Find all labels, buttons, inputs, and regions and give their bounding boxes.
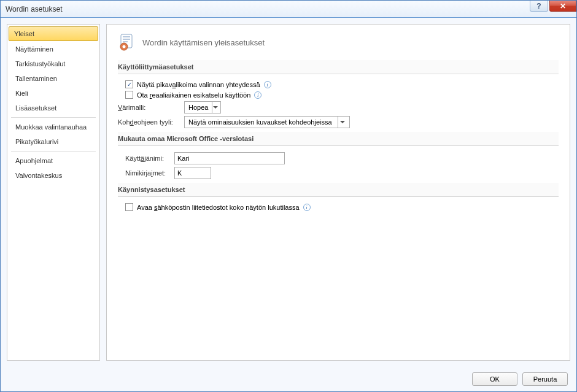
cancel-button[interactable]: Peruuta — [522, 372, 568, 386]
titlebar: Wordin asetukset ? ✕ — [1, 1, 576, 18]
screentip-style-row: Kohdeohjeen tyyli: Näytä ominaisuuksien … — [118, 116, 559, 128]
option-mini-toolbar[interactable]: Näytä pikavalikoima valinnan yhteydessä … — [125, 80, 559, 88]
sidebar-item-label: Yleiset — [14, 30, 34, 37]
help-icon: ? — [536, 2, 541, 10]
sidebar-item-advanced[interactable]: Lisäasetukset — [7, 101, 99, 115]
sidebar-item-label: Näyttäminen — [15, 45, 53, 53]
page-header: Wordin käyttämisen yleisasetukset — [118, 33, 559, 52]
option-open-attachments-reading[interactable]: Avaa sähköpostin liitetiedostot koko näy… — [125, 203, 559, 211]
option-label: Näytä pikavalikoima valinnan yhteydessä — [137, 81, 260, 88]
sidebar-item-addins[interactable]: Apuohjelmat — [7, 153, 99, 168]
sidebar-item-display[interactable]: Näyttäminen — [7, 42, 99, 56]
checkbox-icon[interactable] — [125, 91, 133, 99]
color-scheme-row: Värimalli: Hopea — [118, 101, 559, 113]
window-title: Wordin asetukset — [4, 5, 63, 13]
option-live-preview[interactable]: Ota reaaliaikainen esikatselu käyttöön i — [125, 91, 559, 99]
initials-label: Nimikirjaimet: — [125, 169, 169, 177]
combo-value: Hopea — [188, 104, 208, 111]
username-row: Käyttäjänimi: — [118, 152, 559, 164]
svg-rect-1 — [123, 36, 130, 37]
help-button[interactable]: ? — [530, 1, 548, 12]
svg-point-5 — [123, 45, 126, 48]
combo-value: Näytä ominaisuuksien kuvaukset kohdeohje… — [188, 118, 334, 126]
info-icon[interactable]: i — [303, 204, 311, 211]
page-title: Wordin käyttämisen yleisasetukset — [142, 38, 265, 47]
color-scheme-combo[interactable]: Hopea — [184, 101, 221, 113]
sidebar-item-proofing[interactable]: Tarkistustyökalut — [7, 56, 99, 71]
username-label: Käyttäjänimi: — [125, 155, 169, 162]
close-button[interactable]: ✕ — [549, 1, 576, 12]
sidebar-item-qat[interactable]: Pikatyökalurivi — [7, 134, 99, 149]
sidebar-item-label: Valvontakeskus — [15, 172, 62, 179]
svg-rect-2 — [123, 39, 130, 40]
sidebar-item-label: Muokkaa valintanauhaa — [15, 123, 87, 131]
sidebar-separator — [11, 117, 96, 118]
dialog-footer: OK Peruuta — [1, 367, 576, 391]
ok-button[interactable]: OK — [472, 372, 517, 386]
chevron-down-icon — [212, 102, 218, 113]
sidebar-item-label: Pikatyökalurivi — [15, 138, 58, 145]
color-scheme-label: Värimalli: — [118, 104, 179, 111]
button-label: OK — [490, 375, 500, 383]
options-dialog: Wordin asetukset ? ✕ Yleiset Näyttäminen… — [0, 0, 577, 392]
option-label: Ota reaaliaikainen esikatselu käyttöön — [137, 91, 250, 99]
sidebar-item-customize-ribbon[interactable]: Muokkaa valintanauhaa — [7, 120, 99, 134]
sidebar-item-label: Kieli — [15, 90, 28, 97]
content-pane: Wordin käyttämisen yleisasetukset Käyttö… — [106, 24, 570, 361]
screentip-style-combo[interactable]: Näytä ominaisuuksien kuvaukset kohdeohje… — [184, 116, 350, 128]
sidebar-item-general[interactable]: Yleiset — [9, 26, 98, 41]
dialog-body: Yleiset Näyttäminen Tarkistustyökalut Ta… — [1, 18, 576, 367]
sidebar-item-label: Tallentaminen — [15, 75, 57, 82]
section-startup: Käynnistysasetukset — [118, 183, 559, 197]
general-settings-icon — [118, 33, 136, 52]
close-icon: ✕ — [560, 2, 566, 10]
initials-input[interactable] — [174, 167, 211, 179]
checkbox-icon[interactable] — [125, 203, 133, 211]
sidebar-item-label: Apuohjelmat — [15, 157, 53, 164]
info-icon[interactable]: i — [254, 91, 261, 99]
section-ui-options: Käyttöliittymäasetukset — [118, 60, 559, 74]
chevron-down-icon — [338, 117, 347, 128]
sidebar-separator — [11, 151, 96, 152]
option-label: Avaa sähköpostin liitetiedostot koko näy… — [137, 204, 300, 211]
sidebar-item-label: Tarkistustyökalut — [15, 60, 65, 67]
sidebar-item-trustcenter[interactable]: Valvontakeskus — [7, 168, 99, 183]
initials-row: Nimikirjaimet: — [118, 167, 559, 179]
svg-rect-3 — [123, 41, 128, 42]
section-personalize: Mukauta omaa Microsoft Office -versiotas… — [118, 132, 559, 146]
button-label: Peruuta — [533, 375, 557, 383]
info-icon[interactable]: i — [264, 81, 271, 88]
screentip-style-label: Kohdeohjeen tyyli: — [118, 118, 179, 126]
category-sidebar: Yleiset Näyttäminen Tarkistustyökalut Ta… — [7, 24, 100, 361]
username-input[interactable] — [174, 152, 285, 164]
sidebar-item-language[interactable]: Kieli — [7, 86, 99, 101]
window-controls: ? ✕ — [530, 1, 576, 12]
sidebar-item-save[interactable]: Tallentaminen — [7, 71, 99, 86]
sidebar-item-label: Lisäasetukset — [15, 104, 56, 112]
checkbox-icon[interactable] — [125, 80, 133, 88]
